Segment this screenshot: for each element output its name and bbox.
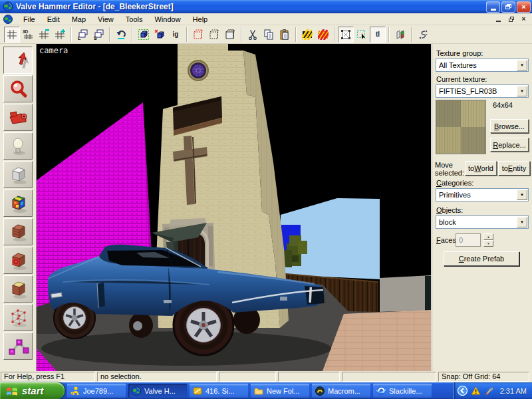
cut-button[interactable] [245,27,261,43]
chevron-down-icon[interactable]: ▼ [517,60,527,70]
toolbar-separator [295,27,297,42]
apply-current-texture-tool-button[interactable] [3,218,33,245]
load-window-state-button[interactable]: L [74,27,90,43]
rose-window [188,61,208,80]
svg-text:L: L [78,35,81,40]
replace-button[interactable]: Replace... [490,138,529,152]
task-label: Joe789... [83,387,113,395]
mdi-close-button[interactable]: × [518,15,529,24]
taskbar-task[interactable]: Slackille... [373,384,432,398]
start-button[interactable]: start [0,382,65,399]
clipping-tool-button[interactable] [3,275,33,303]
hide-unselected-button[interactable] [206,27,222,43]
toggle-grid-button[interactable] [4,27,20,43]
ungroup-button[interactable] [152,27,168,43]
task-label: Valve H... [144,387,176,395]
close-button[interactable]: × [517,1,531,13]
selection-tool-button[interactable] [3,47,33,74]
entity-tool-button[interactable] [3,132,33,160]
taskbar-task[interactable]: Macrom... [312,384,370,398]
apply-decals-tool-button[interactable] [3,247,33,274]
current-texture-combobox[interactable]: FIFTIES_FLR03B ▼ [436,84,529,98]
texture-preview [436,100,486,154]
smaller-grid-button[interactable] [36,27,52,43]
menu-view[interactable]: View [92,14,120,25]
flip-objects-button[interactable] [392,27,408,43]
menu-file[interactable]: File [17,14,41,25]
toolbar-separator [241,27,242,42]
menu-window[interactable]: Window [148,14,186,25]
restore-button[interactable] [501,1,515,13]
select-by-handles-button[interactable] [338,27,354,43]
taskbar-task[interactable]: New Fol... [251,384,309,398]
categories-combobox[interactable]: Primitives ▼ [436,188,529,201]
chevron-down-icon[interactable]: ▼ [517,190,527,200]
menu-tools[interactable]: Tools [120,14,149,25]
rocket-icon[interactable] [484,386,494,396]
vertex-tool-button[interactable] [3,304,33,331]
edit-cordon-button[interactable] [315,27,331,43]
menu-edit[interactable]: Edit [41,14,66,25]
chevron-down-icon[interactable]: ▼ [517,217,527,227]
spinner-up-icon[interactable]: ▲ [483,233,493,240]
desktop: Valve Hammer Editor - [de_BleekerStreet]… [0,0,532,399]
taskbar-task[interactable]: 416. Si... [190,384,248,398]
minimize-button[interactable] [486,1,500,13]
create-prefab-button[interactable]: Create Prefab [444,251,519,266]
show-all-button[interactable] [222,27,238,43]
save-window-state-button[interactable]: S [90,27,106,43]
smoothing-groups-button[interactable] [415,27,431,43]
task-label: Slackille... [389,387,422,395]
objects-combobox[interactable]: block ▼ [436,215,529,229]
menu-help[interactable]: Help [187,14,214,25]
browser-globe-icon [376,386,386,396]
ignore-groups-button[interactable]: ig [168,27,184,43]
title-bar[interactable]: Valve Hammer Editor - [de_BleekerStreet]… [0,0,532,13]
warning-icon[interactable] [471,386,481,396]
current-texture-label: Current texture: [436,75,487,83]
status-bar: For Help, press F1no selection.Snap: Off… [0,371,532,382]
toggle-cordon-button[interactable] [299,27,315,43]
block-tool-button[interactable] [3,161,33,188]
texture-application-tool-button[interactable] [3,190,33,217]
undo-button[interactable] [113,27,129,43]
taskbar-task[interactable]: Valve H... [128,384,187,398]
menu-map[interactable]: Map [66,14,92,25]
collapse-chevron-icon[interactable] [458,386,467,396]
faces-spinner[interactable]: ▲ ▼ [483,233,493,247]
camera-tool-button[interactable] [3,104,33,131]
messenger-person-icon [70,386,80,396]
hide-selected-button[interactable] [190,27,206,43]
path-tool-button[interactable] [3,332,33,360]
svg-text:S: S [94,35,97,40]
taskbar-task[interactable]: Joe789... [67,384,126,398]
faces-input[interactable]: 0 [456,233,481,247]
mdi-restore-button[interactable] [505,15,517,24]
status-pane-3 [278,372,340,382]
to-world-button[interactable]: toWorld [465,161,497,176]
texture-lock-button[interactable]: tl [370,27,386,43]
magnify-tool-button[interactable] [3,75,33,102]
3d-viewport[interactable]: camera [37,44,431,371]
toggle-3d-grid-button[interactable]: 3D [20,27,36,43]
toolbar-separator [109,27,110,42]
texture-size-label: 64x64 [493,101,513,109]
paste-button[interactable] [277,27,293,43]
system-tray: 2:31 AM [453,382,532,399]
spinner-down-icon[interactable]: ▼ [483,240,493,247]
auto-size-selection-button[interactable] [354,27,370,43]
toolbar-separator [388,27,390,42]
3d-scene [37,44,431,371]
group-button[interactable] [136,27,152,43]
chevron-down-icon[interactable]: ▼ [517,86,527,96]
copy-button[interactable] [261,27,277,43]
to-entity-button[interactable]: toEntity [498,161,530,176]
browse-button[interactable]: Browse... [490,119,529,133]
start-label: start [22,385,44,396]
viewport-camera-label: camera [39,46,68,55]
mdi-minimize-button[interactable] [493,15,504,24]
texture-group-combobox[interactable]: All Textures ▼ [436,59,529,72]
larger-grid-button[interactable] [52,27,68,43]
move-selected-label: Move selected: [435,161,464,177]
task-label: Macrom... [328,387,360,395]
